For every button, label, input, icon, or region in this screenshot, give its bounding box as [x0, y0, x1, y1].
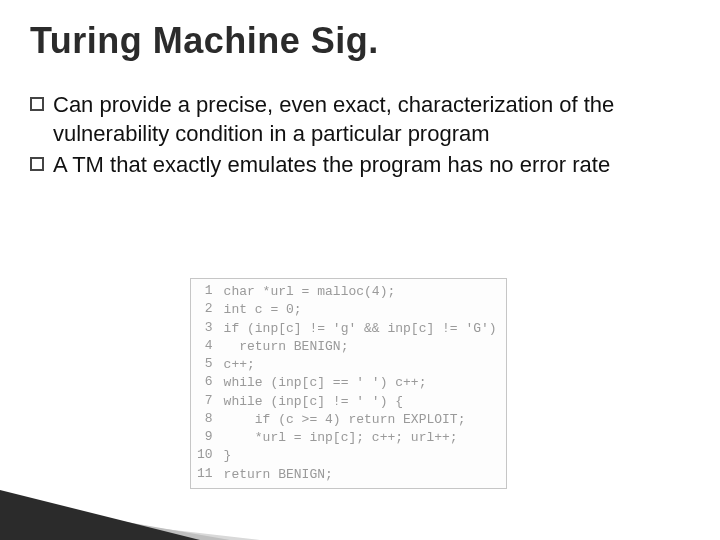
code-row: 1char *url = malloc(4); [195, 283, 498, 301]
line-number: 9 [195, 429, 223, 447]
code-line: char *url = malloc(4); [223, 283, 498, 301]
svg-marker-0 [0, 510, 260, 540]
code-row: 8 if (c >= 4) return EXPLOIT; [195, 411, 498, 429]
code-row: 2int c = 0; [195, 301, 498, 319]
line-number: 5 [195, 356, 223, 374]
code-row: 9 *url = inp[c]; c++; url++; [195, 429, 498, 447]
code-row: 5c++; [195, 356, 498, 374]
code-line: if (inp[c] != 'g' && inp[c] != 'G') [223, 320, 498, 338]
code-line: return BENIGN; [223, 466, 498, 484]
code-table: 1char *url = malloc(4); 2int c = 0; 3if … [195, 283, 498, 484]
line-number: 11 [195, 466, 223, 484]
bullet-square-icon [30, 97, 44, 111]
code-row: 11return BENIGN; [195, 466, 498, 484]
code-row: 4 return BENIGN; [195, 338, 498, 356]
svg-marker-1 [0, 500, 230, 540]
code-row: 10} [195, 447, 498, 465]
code-box: 1char *url = malloc(4); 2int c = 0; 3if … [190, 278, 507, 489]
code-row: 3if (inp[c] != 'g' && inp[c] != 'G') [195, 320, 498, 338]
line-number: 7 [195, 393, 223, 411]
line-number: 2 [195, 301, 223, 319]
code-line: if (c >= 4) return EXPLOIT; [223, 411, 498, 429]
code-row: 7while (inp[c] != ' ') { [195, 393, 498, 411]
code-line: while (inp[c] == ' ') c++; [223, 374, 498, 392]
code-line: while (inp[c] != ' ') { [223, 393, 498, 411]
slide-body: Can provide a precise, even exact, chara… [30, 90, 690, 181]
slide-title: Turing Machine Sig. [30, 20, 379, 62]
code-line: } [223, 447, 498, 465]
code-line: int c = 0; [223, 301, 498, 319]
code-line: c++; [223, 356, 498, 374]
bullet-square-icon [30, 157, 44, 171]
line-number: 4 [195, 338, 223, 356]
line-number: 8 [195, 411, 223, 429]
bullet-text: Can provide a precise, even exact, chara… [53, 92, 614, 146]
code-row: 6while (inp[c] == ' ') c++; [195, 374, 498, 392]
bullet-text: A TM that exactly emulates the program h… [53, 152, 610, 177]
line-number: 3 [195, 320, 223, 338]
line-number: 10 [195, 447, 223, 465]
svg-marker-2 [0, 490, 200, 540]
line-number: 6 [195, 374, 223, 392]
bullet-item: Can provide a precise, even exact, chara… [30, 90, 690, 148]
code-line: return BENIGN; [223, 338, 498, 356]
line-number: 1 [195, 283, 223, 301]
bullet-item: A TM that exactly emulates the program h… [30, 150, 690, 179]
code-line: *url = inp[c]; c++; url++; [223, 429, 498, 447]
slide: Turing Machine Sig. Can provide a precis… [0, 0, 720, 540]
